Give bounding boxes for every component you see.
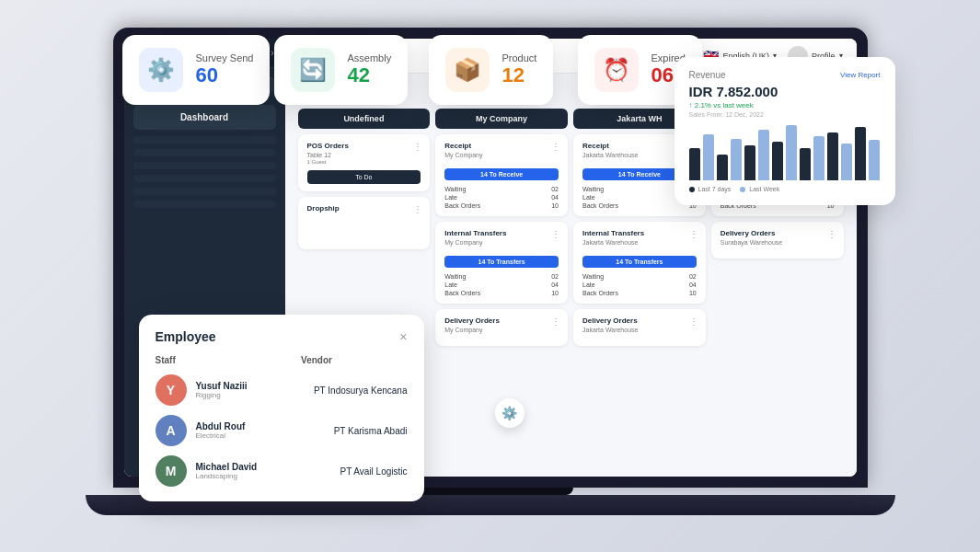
employee-role: Landscaping bbox=[196, 472, 331, 480]
card-pos-orders: ⋮ POS Orders Table 121 Guest To Do bbox=[298, 134, 431, 191]
dot-menu[interactable]: ⋮ bbox=[689, 229, 698, 239]
avatar: A bbox=[156, 415, 187, 446]
card-row: Waiting02 bbox=[444, 186, 559, 192]
card-title: POS Orders bbox=[307, 142, 421, 150]
card-delivery-surabaya: ⋮ Delivery Orders Surabaya Warehouse bbox=[711, 222, 844, 259]
dot-menu[interactable]: ⋮ bbox=[689, 316, 698, 327]
legend-item-lastweek: Last Week bbox=[740, 186, 779, 192]
chart-bar bbox=[744, 145, 755, 180]
chart-bar bbox=[717, 155, 728, 180]
assembly-icon: 🔄 bbox=[291, 48, 335, 92]
close-button[interactable]: × bbox=[399, 329, 407, 344]
chart-bar bbox=[827, 132, 838, 180]
employee-item: MMichael DavidLandscapingPT Avail Logist… bbox=[156, 455, 408, 487]
chart-bar bbox=[869, 140, 880, 180]
chart-bar bbox=[786, 125, 797, 180]
card-row: Late04 bbox=[444, 282, 559, 288]
settings-fab[interactable]: ⚙️ bbox=[495, 398, 525, 428]
dot-menu[interactable]: ⋮ bbox=[413, 142, 422, 152]
dot-menu[interactable]: ⋮ bbox=[551, 142, 560, 152]
card-dropship: ⋮ Dropship bbox=[298, 197, 431, 249]
sidebar-menu-item[interactable] bbox=[133, 175, 276, 182]
expired-icon: ⏰ bbox=[594, 48, 639, 92]
dot-menu[interactable]: ⋮ bbox=[551, 316, 560, 327]
stat-label: Product bbox=[502, 52, 537, 63]
employee-header: Employee × bbox=[156, 329, 408, 344]
stat-label: Assembly bbox=[348, 52, 392, 63]
dot-menu[interactable]: ⋮ bbox=[413, 204, 422, 214]
badge: 14 To Transfers bbox=[444, 256, 559, 268]
sidebar-chevron[interactable]: › bbox=[271, 48, 273, 58]
card-title: Delivery Orders bbox=[444, 316, 559, 325]
card-row: Back Orders10 bbox=[444, 202, 559, 209]
card-internal-mycompany: ⋮ Internal Transfers My Company 14 To Tr… bbox=[435, 222, 568, 304]
revenue-chart bbox=[689, 125, 881, 180]
card-subtitle: Jakarta Warehouse bbox=[582, 327, 697, 333]
chart-bar bbox=[758, 130, 769, 180]
sidebar-menu-item[interactable] bbox=[133, 201, 276, 208]
employee-list: YYusuf NaziiiRiggingPT Indosurya Kencana… bbox=[156, 374, 408, 487]
col-label-staff: Staff bbox=[156, 355, 283, 365]
card-delivery-jakarta: ⋮ Delivery Orders Jakarta Warehouse bbox=[573, 309, 706, 346]
sidebar-menu-item[interactable] bbox=[133, 188, 276, 195]
employee-item: YYusuf NaziiiRiggingPT Indosurya Kencana bbox=[156, 374, 408, 406]
employee-item: AAbdul RoufElectricalPT Karisma Abadi bbox=[156, 415, 408, 446]
revenue-header: Revenue View Report bbox=[689, 70, 881, 80]
sidebar-menu-item[interactable] bbox=[133, 136, 276, 144]
employee-name: Abdul Rouf bbox=[196, 421, 325, 431]
laptop-frame: PT Refinera Indonesia › 🔍 Search Menu Da… bbox=[95, 28, 886, 524]
col-header-mycompany: My Company bbox=[435, 109, 568, 129]
card-title: Receipt bbox=[444, 142, 559, 150]
chart-bar bbox=[703, 134, 714, 180]
sidebar-menu-item[interactable] bbox=[133, 162, 276, 169]
stat-value: 42 bbox=[348, 63, 392, 87]
avatar: M bbox=[156, 455, 187, 487]
card-row: Waiting02 bbox=[444, 273, 559, 280]
legend-dot bbox=[689, 187, 695, 192]
badge: 14 To Transfers bbox=[582, 256, 697, 268]
view-report-link[interactable]: View Report bbox=[840, 71, 880, 79]
legend-label: Last Week bbox=[749, 186, 779, 192]
todo-button[interactable]: To Do bbox=[307, 170, 421, 184]
chart-bar bbox=[772, 142, 783, 180]
card-title: Internal Transfers bbox=[444, 229, 559, 237]
card-subtitle: My Company bbox=[444, 152, 559, 158]
product-icon: 📦 bbox=[445, 48, 490, 92]
sidebar-active-item[interactable]: Dashboard bbox=[133, 105, 276, 130]
employee-vendor: PT Indosurya Kencana bbox=[314, 385, 408, 396]
settings-icon: ⚙️ bbox=[502, 406, 517, 420]
card-subtitle: Table 121 Guest bbox=[307, 152, 421, 165]
card-title: Delivery Orders bbox=[582, 316, 697, 325]
revenue-title: Revenue bbox=[689, 70, 726, 80]
sidebar-menu-item[interactable] bbox=[133, 149, 276, 156]
grid-col-2: ⋮ Receipt My Company 14 To Receive Waiti… bbox=[435, 134, 568, 346]
dot-menu[interactable]: ⋮ bbox=[551, 229, 560, 239]
card-title: Internal Transfers bbox=[582, 229, 697, 237]
col-label-vendor: Vendor bbox=[301, 355, 407, 365]
stat-card-survey-send: ⚙️ Survey Send 60 bbox=[122, 35, 271, 105]
chart-bar bbox=[841, 144, 852, 180]
card-row: Late04 bbox=[444, 194, 559, 201]
legend-dot bbox=[740, 187, 745, 192]
card-row: Waiting02 bbox=[582, 273, 697, 280]
employee-cols: Staff Vendor bbox=[156, 355, 408, 365]
chart-legend: Last 7 days Last Week bbox=[689, 186, 881, 192]
revenue-card: Revenue View Report IDR 7.852.000 ↑ 2.1%… bbox=[674, 57, 895, 205]
card-subtitle: My Company bbox=[444, 239, 559, 246]
chart-bar bbox=[855, 127, 866, 180]
legend-item-last7: Last 7 days bbox=[689, 186, 732, 192]
employee-role: Electrical bbox=[196, 431, 325, 440]
card-internal-jakarta: ⋮ Internal Transfers Jakarta Warehouse 1… bbox=[573, 222, 706, 304]
avatar: Y bbox=[156, 374, 187, 406]
legend-label: Last 7 days bbox=[698, 186, 732, 192]
chart-bar bbox=[813, 136, 824, 180]
card-subtitle: Jakarta Warehouse bbox=[582, 239, 697, 246]
card-subtitle: Surabaya Warehouse bbox=[721, 239, 835, 246]
revenue-change: ↑ 2.1% vs last week bbox=[689, 101, 881, 109]
laptop-notch bbox=[408, 488, 573, 495]
employee-role: Rigging bbox=[196, 391, 305, 399]
dot-menu[interactable]: ⋮ bbox=[827, 229, 836, 239]
badge: 14 To Receive bbox=[444, 168, 559, 180]
card-title: Delivery Orders bbox=[721, 229, 835, 237]
chart-bar bbox=[689, 148, 700, 180]
